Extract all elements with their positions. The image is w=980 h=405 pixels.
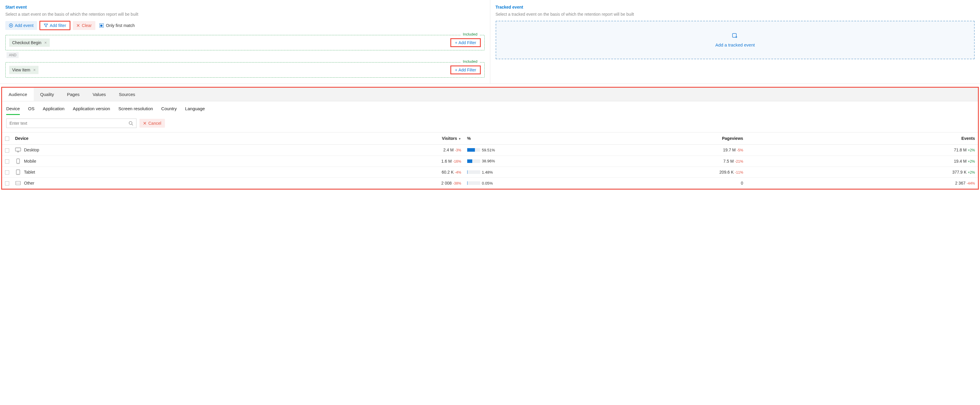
device-name: Tablet: [24, 170, 35, 174]
add-filter-button[interactable]: Add filter: [40, 21, 70, 30]
other-icon: [15, 181, 21, 185]
remove-event-icon[interactable]: ×: [45, 40, 47, 45]
tracked-event-panel: Tracked event Select a tracked event on …: [490, 0, 980, 83]
pageviews-value: 7.5 M: [723, 159, 733, 164]
col-device[interactable]: Device: [12, 132, 255, 145]
device-name: Desktop: [24, 148, 39, 152]
main-tab-audience[interactable]: Audience: [2, 88, 34, 101]
table-row: Mobile1.6 M-16%38.96%7.5 M-21%19.4 M+2%: [2, 156, 978, 166]
sub-tab-device[interactable]: Device: [6, 106, 20, 115]
add-filter-label: Add filter: [50, 23, 66, 28]
events-delta: +2%: [968, 171, 975, 174]
events-delta: +2%: [968, 148, 975, 152]
visitors-value: 2.4 M: [443, 148, 453, 152]
svg-point-10: [18, 183, 18, 183]
only-first-match-label: Only first match: [106, 23, 135, 28]
add-filter-inner-button[interactable]: + Add Filter: [450, 65, 480, 74]
events-delta: +2%: [968, 159, 975, 164]
visitors-value: 2 008: [441, 181, 452, 185]
events-value: 377.9 K: [952, 170, 966, 174]
plus-icon: +: [455, 67, 457, 72]
event-chip-label: View Item: [12, 67, 30, 72]
percent-value: 38.96%: [482, 159, 495, 163]
clear-button[interactable]: Clear: [73, 21, 95, 30]
filter-search-box: [6, 118, 137, 128]
row-checkbox[interactable]: [5, 159, 9, 164]
percent-bar: [467, 181, 480, 185]
x-icon: [143, 121, 146, 125]
search-icon[interactable]: [126, 121, 136, 126]
table-row: Other2 008-38%0.05%02 367-44%: [2, 178, 978, 189]
events-delta: -44%: [967, 181, 975, 185]
svg-point-2: [129, 121, 132, 124]
start-event-panel: Start event Select a start event on the …: [0, 0, 490, 83]
sub-tab-os[interactable]: OS: [28, 106, 35, 115]
sub-tab-language[interactable]: Language: [185, 106, 205, 115]
x-icon: [76, 24, 80, 27]
sub-tab-application-version[interactable]: Application version: [73, 106, 110, 115]
svg-point-9: [17, 183, 17, 183]
percent-value: 59.51%: [482, 148, 495, 152]
main-tab-values[interactable]: Values: [86, 88, 113, 101]
col-percent[interactable]: %: [464, 132, 506, 145]
event-chip[interactable]: View Item ×: [9, 66, 38, 74]
row-checkbox[interactable]: [5, 148, 9, 153]
main-tab-sources[interactable]: Sources: [113, 88, 142, 101]
included-label: Included: [461, 32, 479, 37]
tracked-event-title: Tracked event: [496, 5, 975, 10]
sub-tab-screen-resolution[interactable]: Screen resolution: [118, 106, 153, 115]
sub-tab-application[interactable]: Application: [43, 106, 65, 115]
plus-icon: +: [455, 40, 457, 45]
col-visitors[interactable]: Visitors▼: [255, 132, 464, 145]
remove-event-icon[interactable]: ×: [33, 67, 35, 72]
pageviews-value: 0: [741, 181, 743, 185]
sort-desc-icon: ▼: [458, 137, 461, 140]
row-checkbox[interactable]: [5, 171, 9, 174]
add-filter-inner-label: Add Filter: [459, 40, 476, 45]
table-row: Desktop2.4 M-3%59.51%19.7 M-5%71.8 M+2%: [2, 145, 978, 156]
device-name: Other: [24, 181, 34, 185]
filter-search-input[interactable]: [6, 119, 126, 128]
tracked-event-desc: Select a tracked event on the basis of w…: [496, 12, 975, 17]
only-first-match-checkbox[interactable]: Only first match: [99, 23, 135, 28]
col-pageviews[interactable]: Pageviews: [506, 132, 746, 145]
svg-point-7: [18, 174, 18, 174]
sub-tab-country[interactable]: Country: [161, 106, 177, 115]
main-tab-pages[interactable]: Pages: [60, 88, 86, 101]
add-filter-inner-label: Add Filter: [459, 67, 476, 72]
cursor-click-icon: [732, 33, 738, 40]
table-row: Tablet60.2 K-4%1.48%209.6 K-11%377.9 K+2…: [2, 166, 978, 177]
included-label: Included: [461, 59, 479, 64]
percent-bar: [467, 148, 480, 152]
percent-bar: [467, 171, 480, 174]
event-chip[interactable]: Checkout Begin ×: [9, 38, 50, 47]
plus-circle-icon: [9, 23, 13, 27]
visitors-delta: -3%: [455, 148, 461, 152]
visitors-value: 1.6 M: [441, 159, 452, 164]
pageviews-delta: -5%: [737, 148, 743, 152]
pageviews-delta: -21%: [735, 159, 743, 164]
add-tracked-event-label: Add a tracked event: [715, 42, 755, 48]
mobile-icon: [15, 159, 21, 164]
desktop-icon: [15, 148, 21, 152]
event-block: Checkout Begin × + Add Filter: [5, 35, 485, 50]
svg-rect-3: [15, 148, 21, 151]
device-table: Device Visitors▼ % Pageviews Events Desk…: [2, 132, 978, 189]
events-value: 71.8 M: [954, 148, 967, 152]
start-event-desc: Select a start event on the basis of whi…: [5, 12, 485, 17]
pageviews-delta: -11%: [735, 171, 743, 174]
start-event-title: Start event: [5, 5, 485, 10]
cancel-button[interactable]: Cancel: [140, 119, 165, 128]
events-value: 19.4 M: [954, 159, 967, 164]
add-event-button[interactable]: Add event: [5, 21, 37, 30]
main-tab-quality[interactable]: Quality: [34, 88, 61, 101]
col-events[interactable]: Events: [746, 132, 978, 145]
svg-point-5: [18, 163, 18, 163]
visitors-delta: -38%: [453, 181, 461, 185]
add-filter-inner-button[interactable]: + Add Filter: [450, 38, 480, 47]
percent-value: 1.48%: [482, 170, 493, 174]
select-all-checkbox[interactable]: [5, 137, 9, 141]
row-checkbox[interactable]: [5, 181, 9, 185]
add-tracked-event-box[interactable]: Add a tracked event: [496, 21, 975, 59]
svg-point-11: [19, 183, 19, 183]
